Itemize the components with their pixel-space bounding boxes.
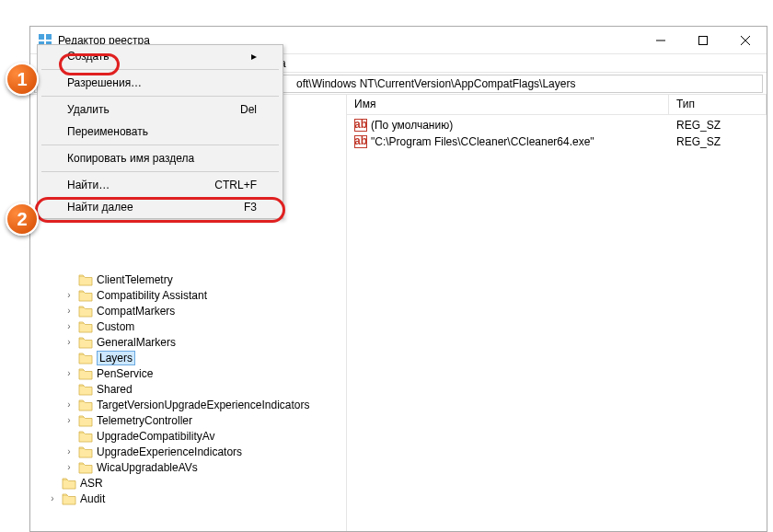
svg-text:ab: ab	[354, 119, 367, 131]
tree-node[interactable]: ›WicaUpgradableAVs	[30, 459, 346, 475]
chevron-right-icon: ▸	[251, 50, 257, 63]
edit-dropdown: Создать▸ Разрешения… УдалитьDel Переимен…	[37, 44, 283, 219]
cell-type: REG_SZ	[669, 119, 767, 132]
tree-label: CompatMarkers	[97, 305, 175, 318]
tree-label: TargetVersionUpgradeExperienceIndicators	[97, 399, 309, 411]
tree-node[interactable]: ›PenService	[30, 365, 346, 381]
tree-label: GeneralMarkers	[97, 336, 176, 349]
tree-node[interactable]: ›TelemetryController	[30, 412, 346, 428]
tree-label: UpgradeExperienceIndicators	[97, 445, 242, 458]
tree-label: Compatibility Assistant	[97, 289, 207, 302]
tree-node[interactable]: ›GeneralMarkers	[30, 334, 346, 350]
cell-type: REG_SZ	[669, 135, 767, 148]
badge-2: 2	[6, 202, 39, 236]
svg-rect-0	[39, 34, 44, 40]
badge-1: 1	[6, 63, 39, 96]
svg-rect-1	[46, 34, 52, 40]
menu-delete[interactable]: УдалитьDel	[38, 98, 283, 121]
list-row[interactable]: ab"C:\Program Files\CCleaner\CCleaner64.…	[347, 133, 767, 150]
tree-node[interactable]: ›TargetVersionUpgradeExperienceIndicator…	[30, 397, 346, 412]
menu-permissions[interactable]: Разрешения…	[38, 72, 283, 94]
tree-node[interactable]: ›UpgradeExperienceIndicators	[30, 444, 346, 459]
tree-label: WicaUpgradableAVs	[97, 461, 198, 474]
svg-text:ab: ab	[354, 135, 367, 147]
expand-icon[interactable]: ›	[63, 399, 75, 411]
expand-icon[interactable]: ›	[63, 337, 75, 348]
expand-icon[interactable]	[63, 274, 75, 285]
tree-node[interactable]: ClientTelemetry	[30, 272, 346, 287]
expand-icon[interactable]: ›	[63, 321, 75, 332]
tree-node[interactable]: ›Custom	[30, 318, 346, 334]
tree-node[interactable]: Shared	[30, 381, 346, 397]
tree-node[interactable]: ›Audit	[30, 491, 346, 506]
close-button[interactable]	[724, 27, 767, 54]
col-type[interactable]: Тип	[669, 95, 767, 114]
cell-name: ab"C:\Program Files\CCleaner\CCleaner64.…	[347, 135, 669, 148]
menu-create[interactable]: Создать▸	[38, 45, 283, 67]
column-headers: Имя Тип	[347, 95, 767, 115]
tree-label: Layers	[97, 351, 135, 365]
menu-copykey[interactable]: Копировать имя раздела	[38, 147, 283, 169]
separator	[41, 96, 279, 97]
expand-icon[interactable]: ›	[63, 306, 75, 317]
tree-node[interactable]: UpgradeCompatibilityAv	[30, 428, 346, 444]
tree-label: ASR	[80, 477, 103, 490]
tree-label: Custom	[97, 320, 134, 333]
expand-icon[interactable]	[47, 478, 58, 489]
expand-icon[interactable]: ›	[47, 493, 58, 504]
tree-node[interactable]: ›CompatMarkers	[30, 303, 346, 318]
minimize-button[interactable]	[640, 27, 682, 54]
tree-label: UpgradeCompatibilityAv	[97, 430, 215, 443]
svg-rect-5	[699, 36, 708, 44]
expand-icon[interactable]	[63, 353, 75, 364]
expand-icon[interactable]: ›	[63, 462, 75, 473]
expand-icon[interactable]: ›	[63, 368, 75, 379]
menu-rename[interactable]: Переименовать	[38, 121, 283, 143]
menu-find[interactable]: Найти…CTRL+F	[38, 174, 283, 196]
maximize-button[interactable]	[682, 27, 724, 54]
expand-icon[interactable]: ›	[63, 446, 75, 457]
col-name[interactable]: Имя	[347, 95, 669, 114]
expand-icon[interactable]: ›	[63, 290, 75, 301]
menu-findnext[interactable]: Найти далееF3	[38, 196, 283, 218]
tree-label: Shared	[97, 383, 133, 396]
tree-label: TelemetryController	[97, 414, 192, 427]
separator	[41, 171, 279, 172]
tree-label: PenService	[97, 367, 153, 380]
expand-icon[interactable]	[63, 431, 75, 442]
tree-label: ClientTelemetry	[97, 273, 173, 286]
tree-node[interactable]: ASR	[30, 475, 346, 491]
separator	[41, 69, 279, 70]
cell-name: ab(По умолчанию)	[347, 119, 669, 132]
tree-node[interactable]: ›Compatibility Assistant	[30, 287, 346, 303]
list-panel: Имя Тип ab(По умолчанию)REG_SZab"C:\Prog…	[347, 95, 767, 531]
separator	[41, 145, 279, 145]
expand-icon[interactable]: ›	[63, 415, 75, 426]
expand-icon[interactable]	[63, 384, 75, 395]
tree-label: Audit	[80, 492, 105, 505]
list-row[interactable]: ab(По умолчанию)REG_SZ	[347, 117, 767, 133]
tree-node[interactable]: Layers	[30, 350, 346, 365]
